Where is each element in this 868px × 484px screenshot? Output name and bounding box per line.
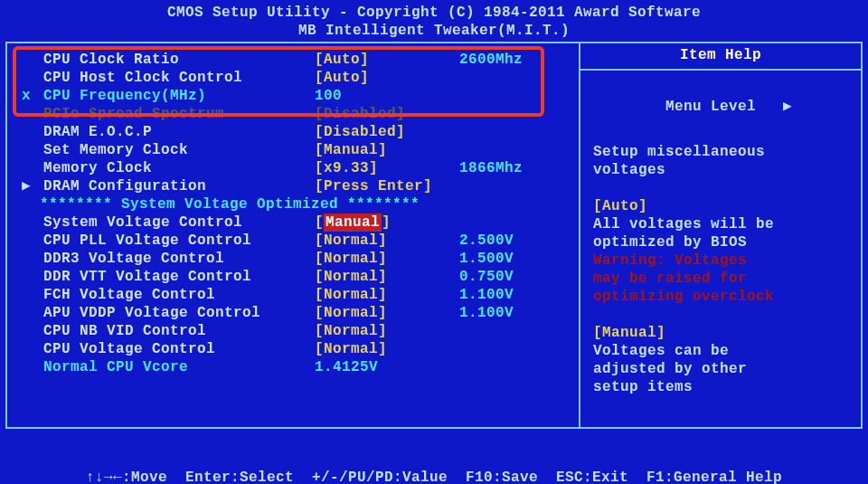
- footer-line-1: ↑↓→←:Move Enter:Select +/-/PU/PD:Value F…: [5, 469, 863, 484]
- setting-label: DRAM E.O.C.P: [43, 123, 315, 141]
- col-pad: [387, 141, 459, 159]
- setting-row[interactable]: APU VDDP Voltage Control [Normal] 1.100V: [22, 304, 570, 322]
- setting-row[interactable]: Normal CPU Vcore 1.4125V: [22, 358, 570, 376]
- spacer: [593, 134, 848, 143]
- header-title: CMOS Setup Utility - Copyright (C) 1984-…: [5, 4, 863, 22]
- item-help-panel: Item Help Menu Level ▶ Setup miscellaneo…: [580, 43, 861, 427]
- help-line: Voltages can be: [593, 342, 848, 360]
- col-pad: [387, 304, 459, 322]
- help-line: adjusted by other: [593, 360, 848, 378]
- setting-value[interactable]: 1.4125V: [315, 358, 378, 376]
- help-line: optimizing overclock: [593, 288, 848, 306]
- setting-row[interactable]: CPU Host Clock Control [Auto]: [22, 69, 570, 87]
- setting-row[interactable]: Set Memory Clock [Manual]: [22, 141, 570, 159]
- header-subtitle: MB Intelligent Tweaker(M.I.T.): [5, 22, 863, 40]
- setting-row[interactable]: xCPU Frequency(MHz) 100: [22, 87, 570, 105]
- help-line: [593, 306, 848, 324]
- col-pad: [387, 250, 459, 268]
- setting-row[interactable]: Memory Clock [x9.33] 1866Mhz: [22, 159, 570, 177]
- setting-label: Normal CPU Vcore: [43, 358, 315, 376]
- bracket-close: ]: [382, 214, 391, 232]
- setting-label: APU VDDP Voltage Control: [43, 304, 315, 322]
- setting-row[interactable]: DRAM E.O.C.P [Disabled]: [22, 123, 570, 141]
- setting-label: CPU Voltage Control: [43, 340, 315, 358]
- setting-value[interactable]: [Normal]: [315, 250, 387, 268]
- setting-value[interactable]: Manual: [324, 214, 382, 232]
- setting-extra: 1866Mhz: [459, 159, 523, 177]
- col-pad: [387, 268, 459, 286]
- menu-level-label: Menu Level: [665, 99, 756, 115]
- main-panel: CPU Clock Ratio [Auto] 2600MhzCPU Host C…: [5, 42, 863, 429]
- setting-label: DDR3 Voltage Control: [43, 250, 315, 268]
- setting-extra: 0.750V: [459, 268, 514, 286]
- menu-level-arrow-icon: ▶: [783, 98, 794, 116]
- voltage-separator: ******** System Voltage Optimized ******…: [22, 195, 420, 214]
- setting-value[interactable]: [Press Enter]: [315, 177, 432, 195]
- help-line: [593, 179, 848, 197]
- setting-value[interactable]: [Normal]: [315, 286, 387, 304]
- col-pad: [432, 177, 459, 195]
- setting-row[interactable]: CPU PLL Voltage Control [Normal] 2.500V: [22, 232, 570, 250]
- setting-row[interactable]: System Voltage Control [Manual]: [22, 214, 570, 232]
- help-line: voltages: [593, 161, 848, 179]
- setting-row[interactable]: ▶DRAM Configuration [Press Enter]: [22, 177, 570, 195]
- col-pad: [405, 105, 459, 123]
- footer-help: ↑↓→←:Move Enter:Select +/-/PU/PD:Value F…: [5, 432, 863, 484]
- setting-label: CPU NB VID Control: [43, 322, 315, 340]
- help-line: Setup miscellaneous: [593, 143, 848, 161]
- settings-panel[interactable]: CPU Clock Ratio [Auto] 2600MhzCPU Host C…: [7, 43, 580, 427]
- setting-value[interactable]: [Manual]: [315, 141, 387, 159]
- setting-row[interactable]: CPU Voltage Control [Normal]: [22, 340, 570, 358]
- help-line: All voltages will be: [593, 215, 848, 233]
- setting-value[interactable]: [Normal]: [315, 304, 387, 322]
- setting-label: CPU Host Clock Control: [43, 69, 315, 87]
- help-text: Setup miscellaneousvoltages [Auto]All vo…: [593, 143, 848, 396]
- setting-label: CPU Frequency(MHz): [43, 87, 315, 105]
- setting-extra: 2600Mhz: [459, 51, 523, 69]
- setting-extra: 1.500V: [459, 250, 514, 268]
- col-pad: [387, 340, 459, 358]
- setting-value[interactable]: [Auto]: [315, 69, 369, 87]
- setting-value[interactable]: [Normal]: [315, 232, 387, 250]
- setting-row[interactable]: DDR3 Voltage Control [Normal] 1.500V: [22, 250, 570, 268]
- setting-row[interactable]: PCIe Spread Spectrum [Disabled]: [22, 105, 570, 123]
- setting-value[interactable]: [Normal]: [315, 340, 387, 358]
- col-pad: [387, 322, 459, 340]
- help-line: may be raised for: [593, 270, 848, 288]
- help-line: optimized by BIOS: [593, 233, 848, 251]
- setting-label: PCIe Spread Spectrum: [43, 105, 315, 123]
- setting-label: CPU Clock Ratio: [43, 51, 315, 69]
- setting-label: System Voltage Control: [43, 214, 315, 232]
- setting-row[interactable]: FCH Voltage Control [Normal] 1.100V: [22, 286, 570, 304]
- setting-label: Set Memory Clock: [43, 141, 315, 159]
- help-line: [Manual]: [593, 324, 848, 342]
- help-line: Warning: Voltages: [593, 251, 848, 270]
- bios-screen: CMOS Setup Utility - Copyright (C) 1984-…: [0, 0, 868, 484]
- col-pad: [342, 87, 459, 105]
- setting-extra: 2.500V: [459, 232, 514, 250]
- col-pad: [391, 214, 463, 232]
- col-pad: [387, 232, 459, 250]
- setting-value[interactable]: [x9.33]: [315, 159, 378, 177]
- setting-value[interactable]: 100: [315, 87, 342, 105]
- setting-row[interactable]: DDR VTT Voltage Control [Normal] 0.750V: [22, 268, 570, 286]
- setting-value[interactable]: [Disabled]: [315, 105, 405, 123]
- item-help-title: Item Help: [580, 43, 861, 71]
- setting-label: DDR VTT Voltage Control: [43, 268, 315, 286]
- setting-value[interactable]: [Disabled]: [315, 123, 405, 141]
- setting-row[interactable]: CPU NB VID Control [Normal]: [22, 322, 570, 340]
- col-pad: [378, 159, 459, 177]
- menu-level-row: Menu Level ▶: [593, 80, 848, 134]
- setting-value[interactable]: [Auto]: [315, 51, 369, 69]
- col-pad: [369, 51, 459, 69]
- row-gutter: x: [22, 87, 43, 105]
- help-line: [Auto]: [593, 197, 848, 215]
- setting-label: DRAM Configuration: [43, 177, 315, 195]
- setting-value[interactable]: [Normal]: [315, 322, 387, 340]
- setting-extra: 1.100V: [459, 286, 514, 304]
- setting-row[interactable]: CPU Clock Ratio [Auto] 2600Mhz: [22, 51, 570, 69]
- setting-value[interactable]: [Normal]: [315, 268, 387, 286]
- col-pad: [387, 286, 459, 304]
- setting-row[interactable]: ******** System Voltage Optimized ******…: [22, 195, 570, 214]
- help-line: setup items: [593, 378, 848, 396]
